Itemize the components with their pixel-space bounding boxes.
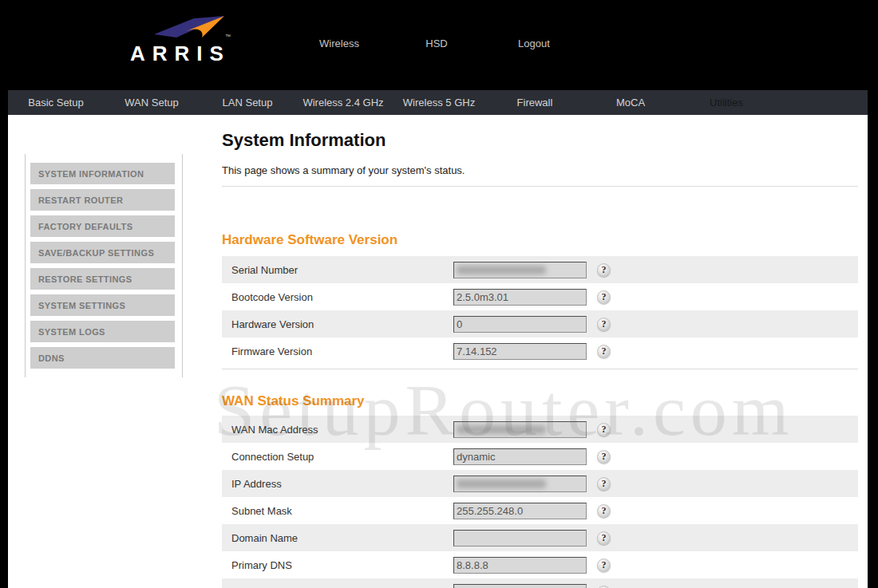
field-input-connection-setup[interactable] bbox=[453, 448, 587, 465]
field-input-wrap bbox=[453, 530, 587, 547]
field-row-connection-setup: Connection Setup ? bbox=[222, 443, 858, 470]
field-input-wrap bbox=[453, 289, 587, 306]
field-input-serial-number[interactable] bbox=[453, 262, 587, 278]
help-icon[interactable]: ? bbox=[597, 477, 611, 491]
section-heading: WAN Status Summary bbox=[222, 393, 858, 409]
page-body: Basic SetupWAN SetupLAN SetupWireless 2.… bbox=[8, 90, 868, 588]
field-input-wrap bbox=[453, 448, 587, 465]
navbar-item-moca[interactable]: MoCA bbox=[583, 90, 678, 115]
field-input-subnet-mask[interactable] bbox=[453, 503, 587, 519]
field-input-hardware-version[interactable] bbox=[453, 316, 587, 333]
section-wan-status-summary: WAN Status Summary WAN Mac Address ? Con… bbox=[222, 369, 858, 588]
help-icon[interactable]: ? bbox=[597, 318, 611, 331]
field-input-primary-dns[interactable] bbox=[453, 557, 587, 574]
header-link-wireless[interactable]: Wireless bbox=[291, 37, 388, 49]
sidebar-item-factory-defaults[interactable]: FACTORY DEFAULTS bbox=[30, 215, 175, 237]
sidebar-item-system-logs[interactable]: SYSTEM LOGS bbox=[30, 321, 175, 342]
navbar-item-basic-setup[interactable]: Basic Setup bbox=[8, 90, 104, 115]
field-label: Connection Setup bbox=[231, 451, 453, 463]
header-links: WirelessHSDLogout bbox=[291, 37, 583, 49]
field-rows: Serial Number ? Bootcode Version ? Hardw… bbox=[222, 256, 858, 365]
section-heading: Hardware Software Version bbox=[222, 232, 858, 248]
page-title: System Information bbox=[222, 130, 858, 151]
field-row-bootcode-version: Bootcode Version ? bbox=[222, 283, 858, 310]
field-input-wrap bbox=[453, 343, 587, 360]
sidebar: SYSTEM INFORMATIONRESTART ROUTERFACTORY … bbox=[25, 154, 183, 377]
field-input-wrap bbox=[453, 262, 587, 278]
help-icon[interactable]: ? bbox=[597, 531, 611, 545]
help-icon[interactable]: ? bbox=[597, 504, 611, 518]
field-label: Hardware Version bbox=[231, 318, 453, 330]
main-content: System Information This page shows a sum… bbox=[222, 115, 858, 588]
field-input-wrap bbox=[453, 421, 587, 438]
page-background: ™ ARRIS WirelessHSDLogout Basic SetupWAN… bbox=[0, 0, 878, 588]
sidebar-item-system-settings[interactable]: SYSTEM SETTINGS bbox=[30, 294, 175, 316]
field-input-wrap bbox=[453, 503, 587, 519]
navbar-item-wan-setup[interactable]: WAN Setup bbox=[104, 90, 200, 115]
field-row-subnet-mask: Subnet Mask ? bbox=[222, 497, 858, 524]
header-link-logout[interactable]: Logout bbox=[485, 37, 583, 49]
field-rows: WAN Mac Address ? Connection Setup ? IP … bbox=[222, 416, 858, 588]
field-input-bootcode-version[interactable] bbox=[453, 289, 587, 306]
field-input-ip-address[interactable] bbox=[453, 476, 587, 492]
field-row-domain-name: Domain Name ? bbox=[222, 524, 858, 551]
help-icon[interactable]: ? bbox=[597, 423, 611, 436]
field-input-wan-mac-address[interactable] bbox=[453, 421, 587, 438]
main-navbar: Basic SetupWAN SetupLAN SetupWireless 2.… bbox=[8, 90, 868, 115]
field-input-domain-name[interactable] bbox=[453, 530, 587, 547]
field-label: WAN Mac Address bbox=[231, 424, 453, 436]
brand-text: ARRIS bbox=[130, 41, 231, 66]
field-input-wrap bbox=[453, 584, 587, 588]
field-label: Primary DNS bbox=[231, 559, 453, 571]
sidebar-item-system-information[interactable]: SYSTEM INFORMATION bbox=[30, 163, 175, 184]
field-label: Subnet Mask bbox=[231, 505, 453, 517]
field-input-wrap bbox=[453, 557, 587, 574]
field-input-wrap bbox=[453, 476, 587, 492]
title-divider bbox=[222, 186, 858, 187]
field-row-wan-mac-address: WAN Mac Address ? bbox=[222, 416, 858, 443]
field-input-wrap bbox=[453, 316, 587, 333]
sidebar-item-restore-settings[interactable]: RESTORE SETTINGS bbox=[30, 268, 175, 290]
field-label: Domain Name bbox=[231, 532, 453, 544]
field-label: Firmware Version bbox=[231, 345, 453, 357]
sidebar-item-restart-router[interactable]: RESTART ROUTER bbox=[30, 189, 175, 211]
field-label: Bootcode Version bbox=[231, 291, 453, 303]
field-row-ip-address: IP Address ? bbox=[222, 470, 858, 497]
sidebar-item-ddns[interactable]: DDNS bbox=[30, 347, 175, 369]
help-icon[interactable]: ? bbox=[597, 290, 611, 304]
help-icon[interactable]: ? bbox=[597, 345, 611, 358]
field-row-primary-dns: Primary DNS ? bbox=[222, 551, 858, 578]
navbar-item-utilities[interactable]: Utilities bbox=[678, 90, 774, 115]
field-label: IP Address bbox=[231, 478, 453, 490]
sidebar-item-save-backup-settings[interactable]: SAVE/BACKUP SETTINGS bbox=[30, 242, 175, 263]
navbar-item-firewall[interactable]: Firewall bbox=[487, 90, 583, 115]
help-icon[interactable]: ? bbox=[597, 450, 611, 464]
navbar-item-wireless-5-ghz[interactable]: Wireless 5 GHz bbox=[391, 90, 487, 115]
page-subtitle: This page shows a summary of your system… bbox=[222, 164, 858, 176]
navbar-item-lan-setup[interactable]: LAN Setup bbox=[200, 90, 295, 115]
header-link-hsd[interactable]: HSD bbox=[388, 37, 485, 49]
top-header: ™ ARRIS WirelessHSDLogout bbox=[0, 0, 878, 90]
navbar-item-wireless-2-4-ghz[interactable]: Wireless 2.4 GHz bbox=[295, 90, 391, 115]
field-input-firmware-version[interactable] bbox=[453, 343, 587, 360]
section-hardware-software-version: Hardware Software Version Serial Number … bbox=[222, 232, 858, 365]
trademark-symbol: ™ bbox=[225, 34, 231, 39]
field-row-secondary-dns: Secondary DNS ? bbox=[222, 578, 858, 588]
arris-swoosh-icon bbox=[154, 16, 227, 38]
help-icon[interactable]: ? bbox=[597, 586, 611, 588]
field-input-secondary-dns[interactable] bbox=[453, 584, 587, 588]
help-icon[interactable]: ? bbox=[597, 558, 611, 572]
arris-logo: ™ ARRIS bbox=[130, 13, 234, 77]
field-row-firmware-version: Firmware Version ? bbox=[222, 337, 858, 365]
field-label: Serial Number bbox=[231, 264, 453, 276]
field-row-serial-number: Serial Number ? bbox=[222, 256, 858, 283]
field-row-hardware-version: Hardware Version ? bbox=[222, 310, 858, 337]
help-icon[interactable]: ? bbox=[597, 263, 611, 277]
